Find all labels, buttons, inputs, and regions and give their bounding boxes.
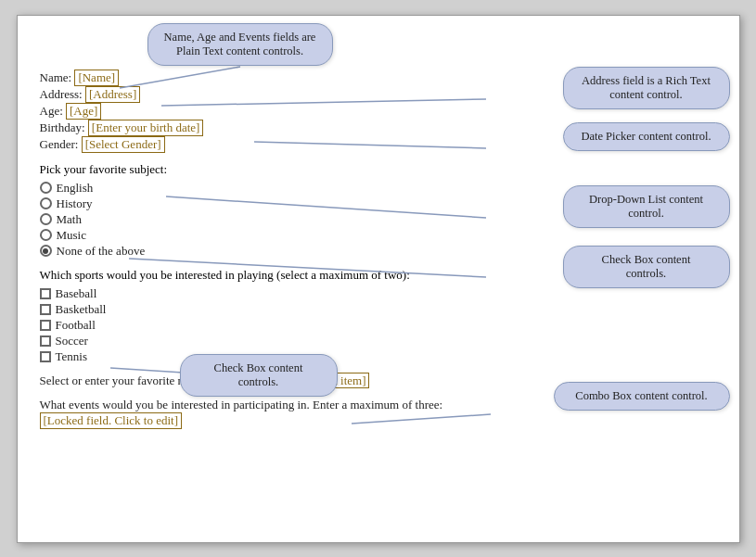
subject-music-label: Music: [57, 228, 87, 243]
callout-plain-text-label: Name, Age and Events fields are Plain Te…: [164, 31, 316, 57]
check-soccer[interactable]: [40, 335, 51, 347]
sport-tennis[interactable]: Tennis: [40, 349, 717, 364]
events-value[interactable]: [Locked field. Click to edit]: [40, 412, 182, 429]
address-value[interactable]: [Address]: [85, 86, 140, 103]
radio-none[interactable]: [40, 245, 52, 257]
birthday-value[interactable]: [Enter your birth date]: [88, 120, 204, 136]
callout-combobox-label: Combo Box content control.: [575, 389, 707, 402]
sport-tennis-label: Tennis: [56, 349, 87, 364]
subject-none-label: None of the above: [57, 244, 146, 259]
callout-date-picker: Date Picker content control.: [563, 122, 730, 151]
callout-plain-text: Name, Age and Events fields are Plain Te…: [147, 23, 333, 66]
sport-baseball[interactable]: Baseball: [40, 286, 717, 301]
check-baseball[interactable]: [40, 288, 51, 299]
birthday-label: Birthday:: [40, 120, 85, 134]
subject-title: Pick your favorite subject:: [40, 162, 717, 177]
subject-english-label: English: [57, 181, 94, 196]
callout-rich-text: Address field is a Rich Textcontent cont…: [563, 67, 730, 109]
callout-rich-text-label: Address field is a Rich Textcontent cont…: [582, 74, 711, 101]
gender-label: Gender:: [40, 137, 79, 151]
gender-value[interactable]: [Select Gender]: [82, 136, 165, 153]
name-value[interactable]: [Name]: [74, 70, 119, 86]
name-label: Name:: [40, 70, 72, 84]
sport-football-label: Football: [56, 318, 96, 333]
callout-dropdown-label: Drop-Down List contentcontrol.: [589, 193, 703, 220]
subject-math-label: Math: [57, 212, 82, 227]
check-basketball[interactable]: [40, 304, 51, 315]
subject-music[interactable]: Music: [40, 228, 717, 243]
check-football[interactable]: [40, 320, 51, 331]
callout-checkbox2-label: Check Box contentcontrols.: [214, 361, 303, 388]
radio-history[interactable]: [40, 197, 52, 209]
radio-music[interactable]: [40, 229, 52, 241]
radio-math[interactable]: [40, 213, 52, 225]
sport-basketball-label: Basketball: [56, 302, 107, 317]
subject-history-label: History: [57, 196, 93, 211]
page: Name, Age and Events fields are Plain Te…: [17, 15, 740, 543]
sport-basketball[interactable]: Basketball: [40, 302, 717, 317]
sport-soccer[interactable]: Soccer: [40, 334, 717, 348]
sport-baseball-label: Baseball: [56, 286, 97, 301]
radio-english[interactable]: [40, 182, 52, 194]
address-label: Address:: [40, 87, 83, 101]
sport-soccer-label: Soccer: [56, 334, 88, 348]
callout-dropdown: Drop-Down List contentcontrol.: [563, 185, 730, 228]
sport-football[interactable]: Football: [40, 318, 717, 333]
age-label: Age:: [40, 104, 63, 118]
callout-combobox: Combo Box content control.: [554, 382, 730, 411]
check-tennis[interactable]: [40, 351, 51, 362]
callout-date-picker-label: Date Picker content control.: [581, 130, 711, 143]
callout-checkbox2: Check Box contentcontrols.: [180, 354, 338, 397]
age-value[interactable]: [Age]: [66, 103, 101, 120]
callout-checkbox1: Check Box contentcontrols.: [563, 246, 730, 288]
callout-checkbox1-label: Check Box contentcontrols.: [602, 253, 691, 280]
